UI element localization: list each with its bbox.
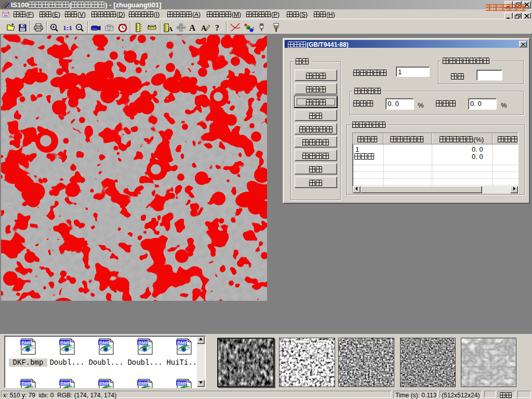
svg-text:A: A: [189, 23, 196, 32]
svg-text:3: 3: [252, 26, 254, 31]
svg-text:?: ?: [215, 23, 219, 32]
svg-text:1:1: 1:1: [63, 24, 72, 31]
svg-text:A: A: [168, 25, 173, 32]
svg-text:a: a: [247, 25, 250, 30]
svg-text:DOC: DOC: [3, 11, 9, 15]
